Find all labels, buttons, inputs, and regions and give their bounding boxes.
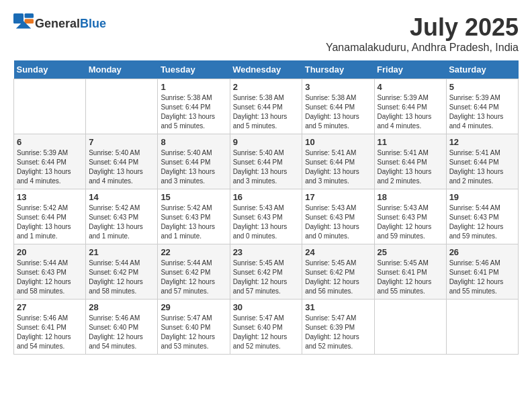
day-info: Sunrise: 5:45 AM Sunset: 6:41 PM Dayligh…	[378, 259, 443, 296]
weekday-header-friday: Friday	[374, 60, 446, 79]
day-number: 18	[378, 192, 443, 202]
month-title: July 2025	[326, 13, 519, 42]
calendar-day-cell: 15Sunrise: 5:42 AM Sunset: 6:43 PM Dayli…	[158, 189, 230, 244]
day-info: Sunrise: 5:47 AM Sunset: 6:40 PM Dayligh…	[161, 314, 226, 351]
day-info: Sunrise: 5:42 AM Sunset: 6:43 PM Dayligh…	[161, 203, 226, 241]
calendar-day-cell: 3Sunrise: 5:38 AM Sunset: 6:44 PM Daylig…	[302, 79, 374, 134]
day-number: 26	[449, 247, 515, 257]
calendar-day-cell: 5Sunrise: 5:39 AM Sunset: 6:44 PM Daylig…	[446, 79, 518, 134]
weekday-header-thursday: Thursday	[302, 60, 374, 79]
day-info: Sunrise: 5:42 AM Sunset: 6:43 PM Dayligh…	[89, 203, 154, 241]
calendar-day-cell: 6Sunrise: 5:39 AM Sunset: 6:44 PM Daylig…	[14, 134, 86, 189]
day-number: 31	[305, 302, 371, 312]
day-info: Sunrise: 5:41 AM Sunset: 6:44 PM Dayligh…	[378, 148, 443, 186]
day-info: Sunrise: 5:43 AM Sunset: 6:43 PM Dayligh…	[233, 203, 300, 241]
calendar-day-cell: 19Sunrise: 5:44 AM Sunset: 6:43 PM Dayli…	[446, 189, 518, 244]
day-info: Sunrise: 5:46 AM Sunset: 6:40 PM Dayligh…	[89, 314, 154, 351]
day-info: Sunrise: 5:40 AM Sunset: 6:44 PM Dayligh…	[89, 148, 154, 186]
day-number: 1	[161, 82, 226, 92]
calendar-day-cell: 18Sunrise: 5:43 AM Sunset: 6:43 PM Dayli…	[374, 189, 446, 244]
calendar-week-row: 6Sunrise: 5:39 AM Sunset: 6:44 PM Daylig…	[14, 134, 519, 189]
logo-icon	[13, 13, 34, 34]
day-number: 27	[17, 302, 83, 312]
day-number: 19	[449, 192, 515, 202]
day-info: Sunrise: 5:40 AM Sunset: 6:44 PM Dayligh…	[233, 148, 300, 186]
day-info: Sunrise: 5:47 AM Sunset: 6:40 PM Dayligh…	[233, 314, 300, 351]
calendar-day-cell	[14, 79, 86, 134]
day-info: Sunrise: 5:43 AM Sunset: 6:43 PM Dayligh…	[305, 203, 371, 241]
day-number: 10	[305, 137, 371, 147]
calendar-day-cell: 27Sunrise: 5:46 AM Sunset: 6:41 PM Dayli…	[14, 300, 86, 355]
day-info: Sunrise: 5:41 AM Sunset: 6:44 PM Dayligh…	[305, 148, 371, 186]
weekday-header-tuesday: Tuesday	[158, 60, 230, 79]
weekday-header-wednesday: Wednesday	[230, 60, 302, 79]
weekday-header-sunday: Sunday	[14, 60, 86, 79]
page-header: GeneralBlue July 2025 Yanamalakuduru, An…	[13, 13, 519, 54]
logo-general-text: GeneralBlue	[35, 17, 106, 31]
calendar-day-cell: 4Sunrise: 5:39 AM Sunset: 6:44 PM Daylig…	[374, 79, 446, 134]
calendar-day-cell: 21Sunrise: 5:44 AM Sunset: 6:42 PM Dayli…	[86, 244, 158, 300]
day-number: 12	[449, 137, 515, 147]
day-number: 8	[161, 137, 226, 147]
day-number: 16	[233, 192, 300, 202]
calendar-day-cell: 12Sunrise: 5:41 AM Sunset: 6:44 PM Dayli…	[446, 134, 518, 189]
calendar-day-cell: 9Sunrise: 5:40 AM Sunset: 6:44 PM Daylig…	[230, 134, 302, 189]
day-info: Sunrise: 5:47 AM Sunset: 6:39 PM Dayligh…	[305, 314, 371, 351]
day-number: 7	[89, 137, 154, 147]
svg-rect-2	[25, 19, 34, 24]
logo: GeneralBlue	[13, 13, 106, 34]
calendar-week-row: 20Sunrise: 5:44 AM Sunset: 6:43 PM Dayli…	[14, 244, 519, 300]
calendar-day-cell: 2Sunrise: 5:38 AM Sunset: 6:44 PM Daylig…	[230, 79, 302, 134]
calendar-day-cell: 23Sunrise: 5:45 AM Sunset: 6:42 PM Dayli…	[230, 244, 302, 300]
day-number: 5	[449, 82, 515, 92]
calendar-day-cell: 17Sunrise: 5:43 AM Sunset: 6:43 PM Dayli…	[302, 189, 374, 244]
calendar-day-cell: 29Sunrise: 5:47 AM Sunset: 6:40 PM Dayli…	[158, 300, 230, 355]
day-info: Sunrise: 5:40 AM Sunset: 6:44 PM Dayligh…	[161, 148, 226, 186]
calendar-day-cell: 31Sunrise: 5:47 AM Sunset: 6:39 PM Dayli…	[302, 300, 374, 355]
title-area: July 2025 Yanamalakuduru, Andhra Pradesh…	[326, 13, 519, 54]
calendar-day-cell: 24Sunrise: 5:45 AM Sunset: 6:42 PM Dayli…	[302, 244, 374, 300]
day-number: 6	[17, 137, 83, 147]
calendar-day-cell: 28Sunrise: 5:46 AM Sunset: 6:40 PM Dayli…	[86, 300, 158, 355]
day-number: 23	[233, 247, 300, 257]
calendar-week-row: 1Sunrise: 5:38 AM Sunset: 6:44 PM Daylig…	[14, 79, 519, 134]
calendar-day-cell: 11Sunrise: 5:41 AM Sunset: 6:44 PM Dayli…	[374, 134, 446, 189]
svg-rect-0	[13, 13, 24, 24]
day-info: Sunrise: 5:44 AM Sunset: 6:42 PM Dayligh…	[161, 259, 226, 296]
weekday-header-row: SundayMondayTuesdayWednesdayThursdayFrid…	[14, 60, 519, 79]
day-info: Sunrise: 5:39 AM Sunset: 6:44 PM Dayligh…	[449, 93, 515, 131]
day-number: 22	[161, 247, 226, 257]
day-number: 4	[378, 82, 443, 92]
day-info: Sunrise: 5:38 AM Sunset: 6:44 PM Dayligh…	[161, 93, 226, 131]
day-info: Sunrise: 5:44 AM Sunset: 6:42 PM Dayligh…	[89, 259, 154, 296]
day-number: 21	[89, 247, 154, 257]
calendar-day-cell: 14Sunrise: 5:42 AM Sunset: 6:43 PM Dayli…	[86, 189, 158, 244]
day-number: 25	[378, 247, 443, 257]
day-number: 11	[378, 137, 443, 147]
weekday-header-monday: Monday	[86, 60, 158, 79]
day-number: 15	[161, 192, 226, 202]
day-info: Sunrise: 5:38 AM Sunset: 6:44 PM Dayligh…	[233, 93, 300, 131]
day-number: 24	[305, 247, 371, 257]
day-number: 14	[89, 192, 154, 202]
day-number: 28	[89, 302, 154, 312]
day-info: Sunrise: 5:45 AM Sunset: 6:42 PM Dayligh…	[305, 259, 371, 296]
calendar-week-row: 13Sunrise: 5:42 AM Sunset: 6:44 PM Dayli…	[14, 189, 519, 244]
calendar-day-cell: 25Sunrise: 5:45 AM Sunset: 6:41 PM Dayli…	[374, 244, 446, 300]
calendar-day-cell: 30Sunrise: 5:47 AM Sunset: 6:40 PM Dayli…	[230, 300, 302, 355]
day-number: 2	[233, 82, 300, 92]
day-info: Sunrise: 5:44 AM Sunset: 6:43 PM Dayligh…	[17, 259, 83, 296]
day-info: Sunrise: 5:42 AM Sunset: 6:44 PM Dayligh…	[17, 203, 83, 241]
day-info: Sunrise: 5:43 AM Sunset: 6:43 PM Dayligh…	[378, 203, 443, 241]
day-info: Sunrise: 5:45 AM Sunset: 6:42 PM Dayligh…	[233, 259, 300, 296]
day-number: 3	[305, 82, 371, 92]
calendar-day-cell: 20Sunrise: 5:44 AM Sunset: 6:43 PM Dayli…	[14, 244, 86, 300]
calendar-day-cell: 13Sunrise: 5:42 AM Sunset: 6:44 PM Dayli…	[14, 189, 86, 244]
day-info: Sunrise: 5:39 AM Sunset: 6:44 PM Dayligh…	[17, 148, 83, 186]
calendar-day-cell: 10Sunrise: 5:41 AM Sunset: 6:44 PM Dayli…	[302, 134, 374, 189]
calendar-day-cell: 22Sunrise: 5:44 AM Sunset: 6:42 PM Dayli…	[158, 244, 230, 300]
location-title: Yanamalakuduru, Andhra Pradesh, India	[326, 42, 519, 54]
day-info: Sunrise: 5:46 AM Sunset: 6:41 PM Dayligh…	[449, 259, 515, 296]
day-info: Sunrise: 5:39 AM Sunset: 6:44 PM Dayligh…	[378, 93, 443, 131]
day-number: 13	[17, 192, 83, 202]
